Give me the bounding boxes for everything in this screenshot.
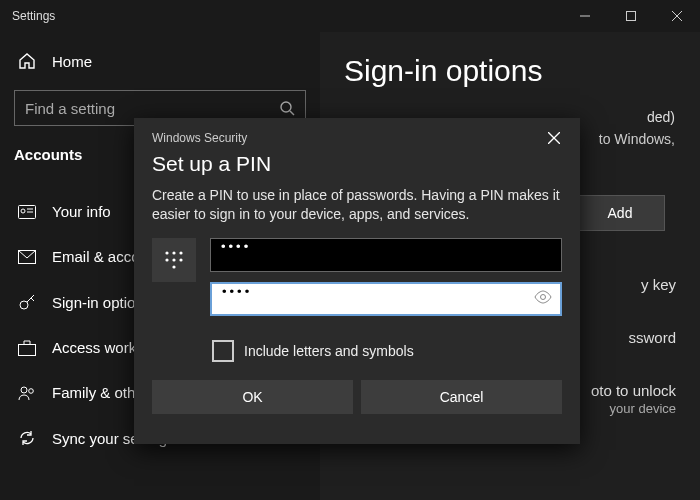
search-placeholder: Find a setting — [25, 100, 115, 117]
briefcase-icon — [18, 340, 36, 356]
add-button[interactable]: Add — [575, 195, 665, 231]
dialog-buttons: OK Cancel — [134, 380, 580, 430]
svg-point-16 — [29, 388, 34, 393]
svg-point-24 — [179, 258, 182, 261]
maximize-button[interactable] — [608, 0, 654, 32]
ok-button[interactable]: OK — [152, 380, 353, 414]
confirm-pin-value: •••• — [222, 284, 252, 299]
ok-button-label: OK — [242, 389, 262, 405]
eye-icon — [534, 290, 552, 304]
sidebar-item-label: Your info — [52, 203, 111, 220]
svg-line-13 — [31, 298, 34, 301]
reveal-password-button[interactable] — [534, 290, 552, 304]
include-letters-label: Include letters and symbols — [244, 343, 414, 359]
svg-point-25 — [172, 265, 175, 268]
svg-point-23 — [172, 258, 175, 261]
maximize-icon — [626, 11, 636, 21]
window-title: Settings — [0, 9, 55, 23]
svg-rect-1 — [627, 12, 636, 21]
checkbox-box — [212, 340, 234, 362]
minimize-icon — [580, 11, 590, 21]
search-icon — [279, 100, 295, 116]
security-key-label: y key — [641, 276, 676, 293]
svg-rect-14 — [19, 344, 36, 355]
close-icon — [548, 132, 560, 144]
close-icon — [672, 11, 682, 21]
dialog-app-name: Windows Security — [152, 131, 247, 145]
pin-setup-dialog: Windows Security Set up a PIN Create a P… — [134, 118, 580, 444]
svg-point-22 — [165, 258, 168, 261]
pin-fields: •••• •••• — [210, 238, 562, 326]
include-letters-checkbox[interactable]: Include letters and symbols — [134, 336, 580, 380]
svg-point-20 — [172, 251, 175, 254]
svg-point-19 — [165, 251, 168, 254]
cancel-button-label: Cancel — [440, 389, 484, 405]
password-label: ssword — [628, 329, 676, 346]
sync-icon — [18, 429, 36, 447]
close-button[interactable] — [654, 0, 700, 32]
dialog-titlebar: Windows Security — [134, 118, 580, 148]
home-label: Home — [52, 53, 92, 70]
svg-point-11 — [20, 301, 28, 309]
home-link[interactable]: Home — [0, 42, 320, 80]
titlebar: Settings — [0, 0, 700, 32]
mail-icon — [18, 250, 36, 264]
new-pin-value: •••• — [221, 239, 251, 254]
svg-line-5 — [290, 111, 294, 115]
keypad-icon — [152, 238, 196, 282]
settings-window: Settings Home Find a setting — [0, 0, 700, 500]
confirm-pin-input[interactable]: •••• — [210, 282, 562, 316]
cancel-button[interactable]: Cancel — [361, 380, 562, 414]
badge-icon — [18, 205, 36, 219]
svg-line-12 — [27, 295, 34, 302]
home-icon — [18, 52, 36, 70]
picture-password-label: oto to unlock — [591, 382, 676, 399]
add-button-label: Add — [608, 205, 633, 221]
dialog-description: Create a PIN to use in place of password… — [134, 186, 580, 238]
key-icon — [18, 293, 36, 311]
dialog-title: Set up a PIN — [134, 148, 580, 186]
svg-point-15 — [21, 387, 27, 393]
people-icon — [18, 385, 36, 401]
new-pin-input[interactable]: •••• — [210, 238, 562, 272]
dialog-close-button[interactable] — [540, 128, 568, 148]
svg-point-21 — [179, 251, 182, 254]
pin-fields-row: •••• •••• — [134, 238, 580, 336]
minimize-button[interactable] — [562, 0, 608, 32]
svg-point-4 — [281, 102, 291, 112]
page-title: Sign-in options — [344, 54, 676, 88]
window-controls — [562, 0, 700, 32]
svg-point-7 — [21, 209, 25, 213]
svg-point-26 — [541, 294, 546, 299]
